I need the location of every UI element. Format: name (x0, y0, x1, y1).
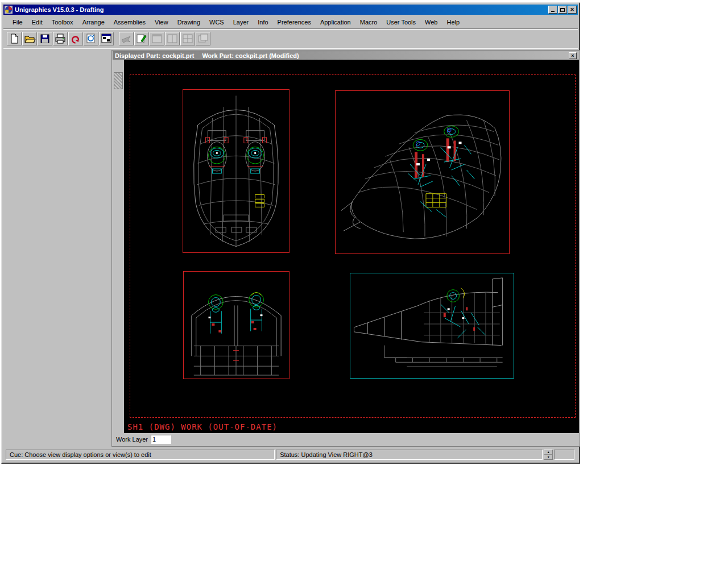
drawing-canvas[interactable]: SH1 (DWG) WORK (OUT-OF-DATE) (124, 60, 579, 433)
sheet-annotation: SH1 (DWG) WORK (OUT-OF-DATE) (127, 422, 278, 431)
work-layer-input[interactable] (151, 435, 171, 444)
toolbar-button-undo[interactable] (68, 32, 83, 45)
new-file-icon (8, 33, 20, 44)
close-button[interactable]: ✕ (568, 6, 577, 14)
maximize-button[interactable] (558, 6, 567, 14)
status-text: Status: Updating View RIGHT@3 (280, 451, 373, 458)
view-indicator-button[interactable] (113, 61, 123, 71)
window-icon (151, 33, 163, 44)
status-filler-panel (554, 450, 574, 460)
minimize-icon (551, 11, 555, 12)
menu-arrange[interactable]: Arrange (78, 17, 109, 27)
toolbar-button-save[interactable] (38, 32, 52, 45)
grid-window-icon (181, 33, 194, 44)
up-arrow-icon: ▲ (547, 451, 550, 454)
desktop: { "window": { "title": "Unigraphics V15.… (0, 0, 728, 582)
down-arrow-icon: ▼ (547, 456, 550, 459)
open-folder-icon (23, 33, 36, 44)
menu-file[interactable]: File (8, 17, 27, 27)
menu-layer[interactable]: Layer (229, 17, 254, 27)
displayed-part-label: Displayed Part: cockpit.prt (115, 52, 194, 59)
close-icon: ✕ (570, 7, 574, 13)
toolbar-button-window-1[interactable] (150, 32, 164, 45)
toolbar-button-window-2[interactable] (165, 32, 180, 45)
toolbar-button-style[interactable] (134, 32, 149, 45)
split-window-icon (166, 33, 179, 44)
save-icon (39, 33, 51, 44)
work-part-label: Work Part: cockpit.prt (Modified) (202, 52, 299, 59)
status-bar: Cue: Choose view display options or view… (3, 448, 578, 462)
cue-text: Cue: Choose view display options or view… (10, 451, 151, 458)
maximize-icon (560, 8, 565, 12)
drawing-window-header[interactable]: Displayed Part: cockpit.prt Work Part: c… (113, 51, 579, 60)
menu-user-tools[interactable]: User Tools (382, 17, 420, 27)
cue-panel: Cue: Choose view display options or view… (6, 450, 275, 460)
toolbar-button-fit-view[interactable] (99, 32, 114, 45)
undo-icon (69, 33, 82, 44)
menu-wcs[interactable]: WCS (205, 17, 229, 27)
cascade-windows-icon (197, 33, 209, 44)
plane-icon (120, 33, 133, 44)
app-window: Unigraphics V15.0.3 - Drafting ✕ File Ed… (1, 2, 580, 464)
menu-toolbox[interactable]: Toolbox (47, 17, 78, 27)
style-pen-icon (135, 33, 148, 44)
menu-assemblies[interactable]: Assemblies (109, 17, 150, 27)
drawing-window-close-button[interactable]: × (569, 52, 577, 59)
toolbar-button-update-display[interactable] (84, 32, 98, 45)
app-icon (5, 6, 13, 14)
work-layer-label: Work Layer (116, 436, 148, 443)
scroll-down-button[interactable]: ▼ (544, 455, 553, 460)
menu-bar: File Edit Toolbox Arrange Assemblies Vie… (3, 16, 578, 29)
toolbar-button-cascade[interactable] (196, 32, 210, 45)
print-icon (54, 33, 67, 44)
viewport-front-view[interactable] (183, 271, 289, 379)
menu-drawing[interactable]: Drawing (173, 17, 205, 27)
title-bar[interactable]: Unigraphics V15.0.3 - Drafting ✕ (3, 5, 578, 15)
menu-view[interactable]: View (150, 17, 173, 27)
menu-macro[interactable]: Macro (355, 17, 382, 27)
status-panel: Status: Updating View RIGHT@3 (276, 450, 543, 460)
toolbar-button-plane[interactable] (119, 32, 134, 45)
toolbar (3, 30, 578, 48)
menu-info[interactable]: Info (253, 17, 272, 27)
menu-web[interactable]: Web (420, 17, 442, 27)
toolbar-button-open[interactable] (22, 32, 37, 45)
toolbar-button-print[interactable] (53, 32, 68, 45)
drawing-window: Displayed Part: cockpit.prt Work Part: c… (111, 50, 580, 447)
viewport-top-view[interactable] (183, 89, 289, 253)
drawing-side-strip (113, 60, 125, 433)
work-layer-bar: Work Layer (113, 433, 579, 446)
menu-preferences[interactable]: Preferences (273, 17, 316, 27)
isometric-view-drawing (336, 91, 509, 253)
viewport-isometric-view[interactable] (335, 90, 510, 254)
menu-edit[interactable]: Edit (27, 17, 47, 27)
update-display-icon (85, 33, 97, 44)
fit-view-icon (100, 33, 113, 44)
top-view-drawing (183, 90, 289, 252)
viewport-right-view[interactable] (350, 273, 514, 379)
window-title: Unigraphics V15.0.3 - Drafting (15, 6, 548, 13)
right-view-drawing (350, 273, 514, 378)
toolbar-button-window-3[interactable] (180, 32, 195, 45)
menu-help[interactable]: Help (442, 17, 464, 27)
toolbar-button-new[interactable] (7, 32, 22, 45)
status-scroll-control: ▲ ▼ (544, 450, 553, 460)
scroll-up-button[interactable]: ▲ (544, 450, 553, 455)
front-view-drawing (184, 272, 289, 379)
menu-application[interactable]: Application (316, 17, 355, 27)
minimize-button[interactable] (548, 6, 557, 14)
strip-hatch-area[interactable] (114, 72, 123, 89)
